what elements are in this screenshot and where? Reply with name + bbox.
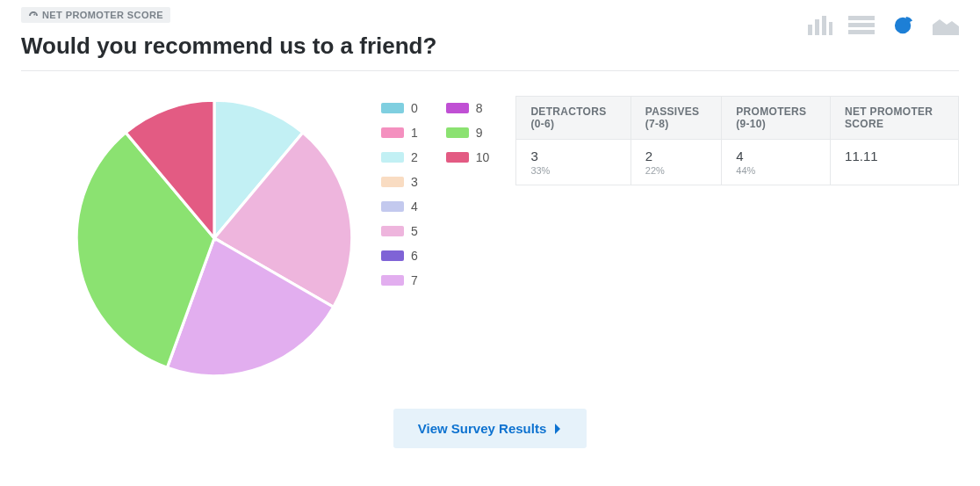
col-nps-score: NET PROMOTER SCORE: [831, 97, 959, 140]
nps-pie-chart: [74, 98, 355, 379]
legend-swatch: [446, 103, 469, 113]
svg-rect-4: [848, 16, 875, 20]
legend-item[interactable]: 2: [381, 150, 418, 164]
legend-label: 9: [476, 126, 483, 140]
svg-rect-3: [829, 22, 832, 35]
svg-rect-2: [822, 16, 826, 35]
pie-chart-icon: [890, 16, 917, 35]
legend-swatch: [446, 127, 469, 138]
legend-label: 5: [411, 224, 418, 238]
pie-chart-button[interactable]: [890, 16, 917, 35]
promoters-count: 4: [736, 149, 743, 163]
col-passives: PASSIVES (7-8): [631, 97, 722, 140]
legend-item[interactable]: 3: [381, 175, 418, 189]
legend-label: 0: [411, 101, 418, 115]
table-row: 3 33% 2 22% 4 44% 11.11: [516, 140, 959, 185]
legend-item[interactable]: 4: [381, 199, 418, 214]
legend-item[interactable]: 8: [446, 101, 490, 115]
legend-label: 7: [411, 273, 418, 287]
legend-item[interactable]: 10: [446, 150, 490, 164]
svg-rect-1: [815, 19, 819, 35]
svg-rect-0: [808, 25, 812, 35]
pie-legend: 01234567 8910: [381, 101, 489, 287]
nps-score-value: 11.11: [845, 149, 878, 163]
header-divider: [21, 70, 959, 71]
passives-pct: 22%: [645, 165, 708, 176]
passives-count: 2: [645, 149, 652, 163]
bar-chart-button[interactable]: [806, 16, 832, 35]
col-detractors: DETRACTORS (0-6): [516, 97, 631, 140]
chart-type-switcher: [806, 7, 959, 35]
legend-swatch: [381, 250, 404, 261]
legend-item[interactable]: 1: [381, 126, 418, 140]
legend-swatch: [381, 103, 404, 113]
legend-label: 8: [476, 101, 483, 115]
nps-summary-table: DETRACTORS (0-6) PASSIVES (7-8) PROMOTER…: [515, 96, 959, 185]
legend-label: 1: [411, 126, 418, 140]
detractors-count: 3: [530, 149, 537, 163]
legend-swatch: [381, 275, 404, 286]
legend-swatch: [381, 152, 404, 163]
legend-item[interactable]: 6: [381, 249, 418, 263]
chevron-right-icon: [553, 424, 562, 434]
svg-rect-6: [848, 30, 875, 34]
legend-swatch: [381, 226, 404, 236]
badge-label: NET PROMOTER SCORE: [42, 10, 163, 20]
stacked-icon: [848, 16, 875, 35]
legend-label: 2: [411, 150, 418, 164]
legend-item[interactable]: 7: [381, 273, 418, 287]
legend-label: 4: [411, 199, 418, 214]
view-survey-results-button[interactable]: View Survey Results: [393, 409, 587, 448]
area-chart-button[interactable]: [933, 16, 959, 35]
legend-item[interactable]: 5: [381, 224, 418, 238]
gauge-icon: [28, 10, 39, 20]
area-chart-icon: [933, 16, 959, 35]
bar-chart-icon: [806, 16, 832, 35]
legend-item[interactable]: 9: [446, 126, 490, 140]
list-chart-button[interactable]: [848, 16, 875, 35]
detractors-pct: 33%: [530, 165, 616, 176]
legend-swatch: [381, 177, 404, 187]
legend-swatch: [381, 201, 404, 212]
legend-label: 6: [411, 249, 418, 263]
legend-item[interactable]: 0: [381, 101, 418, 115]
legend-swatch: [381, 127, 404, 138]
legend-swatch: [446, 152, 469, 163]
col-promoters: PROMOTERS (9-10): [722, 97, 831, 140]
legend-label: 10: [476, 150, 490, 164]
svg-rect-7: [933, 33, 959, 35]
survey-question-title: Would you recommend us to a friend?: [21, 33, 806, 60]
legend-label: 3: [411, 175, 418, 189]
svg-rect-5: [848, 23, 875, 27]
promoters-pct: 44%: [736, 165, 816, 176]
button-label: View Survey Results: [418, 421, 546, 436]
nps-badge: NET PROMOTER SCORE: [21, 7, 170, 23]
